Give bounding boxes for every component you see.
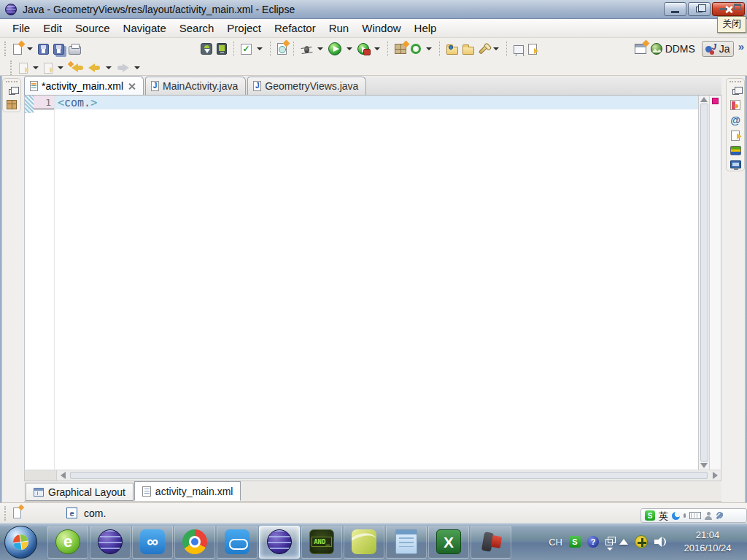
menu-window[interactable]: Window bbox=[355, 20, 407, 36]
menu-file[interactable]: File bbox=[6, 20, 36, 36]
taskbar-eclipse[interactable] bbox=[90, 526, 131, 559]
save-all-button[interactable] bbox=[53, 44, 64, 55]
search-button[interactable] bbox=[479, 43, 488, 55]
tab-mainactivity-java[interactable]: J MainActivity.java bbox=[145, 77, 246, 95]
tab-activity-main-xml[interactable]: *activity_main.xml bbox=[24, 76, 144, 95]
scroll-left-button[interactable] bbox=[57, 470, 69, 481]
junit-dropdown[interactable] bbox=[257, 47, 263, 50]
sogou-settings-icon[interactable] bbox=[716, 512, 724, 520]
taskbar-eclipse-active[interactable] bbox=[259, 526, 300, 559]
fast-view-icon[interactable] bbox=[13, 508, 21, 518]
new-android-xml-button[interactable] bbox=[277, 43, 287, 55]
close-tab-icon[interactable] bbox=[128, 82, 136, 90]
javadoc-view-icon[interactable]: @ bbox=[730, 115, 740, 125]
restore-views-icon[interactable] bbox=[9, 89, 15, 95]
junit-run-button[interactable]: ✓ bbox=[241, 44, 252, 55]
tray-help-icon[interactable]: ? bbox=[587, 536, 599, 548]
forward-dropdown[interactable] bbox=[134, 66, 140, 69]
new-class-dropdown[interactable] bbox=[426, 47, 432, 50]
show-hidden-icons-button[interactable] bbox=[619, 539, 628, 545]
sogou-language-mode[interactable]: 英 bbox=[659, 511, 668, 521]
run-button[interactable] bbox=[328, 42, 341, 55]
scroll-down-icon[interactable] bbox=[700, 463, 708, 468]
menu-help[interactable]: Help bbox=[408, 20, 444, 36]
open-resource-button[interactable] bbox=[462, 44, 474, 55]
restore-views-icon[interactable] bbox=[732, 89, 739, 95]
forward-button[interactable] bbox=[117, 63, 129, 72]
tab-geometryviews-java[interactable]: J GeometryViews.java bbox=[247, 77, 366, 95]
vertical-scrollbar[interactable] bbox=[698, 96, 709, 470]
sogou-moon-icon[interactable] bbox=[672, 512, 680, 520]
external-tool-a-button[interactable] bbox=[514, 44, 524, 54]
logcat-view-icon[interactable] bbox=[730, 146, 741, 155]
print-button[interactable] bbox=[69, 43, 81, 55]
minimize-button[interactable] bbox=[664, 2, 686, 16]
tab-graphical-layout[interactable]: Graphical Layout bbox=[26, 483, 133, 501]
taskbar-cloud-app[interactable] bbox=[217, 526, 258, 559]
minimize-editor-icon[interactable] bbox=[720, 4, 727, 10]
open-type-button[interactable] bbox=[446, 44, 458, 55]
android-sdk-manager-button[interactable] bbox=[201, 43, 212, 55]
taskbar-notepad[interactable] bbox=[386, 526, 427, 559]
resource-view-icon[interactable] bbox=[730, 100, 740, 110]
error-marker[interactable] bbox=[712, 98, 719, 104]
tray-window-icon[interactable] bbox=[605, 539, 613, 545]
debug-button[interactable] bbox=[301, 43, 312, 55]
scroll-right-button[interactable] bbox=[709, 470, 721, 481]
open-perspective-button[interactable] bbox=[635, 44, 646, 54]
taskbar-browser-360[interactable]: e bbox=[47, 526, 88, 559]
save-button[interactable] bbox=[38, 44, 49, 55]
tab-xml-source[interactable]: activity_main.xml bbox=[134, 481, 241, 501]
taskbar-android-tool[interactable]: AND_ bbox=[301, 526, 342, 559]
tray-sogou-icon[interactable]: S bbox=[569, 536, 581, 548]
menu-edit[interactable]: Edit bbox=[36, 20, 69, 36]
new-wizard-button[interactable] bbox=[13, 44, 22, 55]
previous-annotation-button[interactable] bbox=[44, 63, 53, 74]
vertical-scroll-thumb[interactable] bbox=[700, 104, 708, 462]
taskbar-camcorder[interactable] bbox=[471, 526, 511, 559]
previous-annotation-dropdown[interactable] bbox=[58, 66, 63, 69]
search-dropdown[interactable] bbox=[493, 47, 499, 50]
next-annotation-dropdown[interactable] bbox=[33, 66, 39, 69]
menu-refactor[interactable]: Refactor bbox=[268, 20, 322, 36]
menu-project[interactable]: Project bbox=[220, 20, 268, 36]
volume-icon[interactable] bbox=[654, 536, 667, 548]
maximize-editor-icon[interactable] bbox=[734, 4, 741, 10]
start-button[interactable] bbox=[4, 526, 37, 559]
menu-navigate[interactable]: Navigate bbox=[117, 20, 173, 36]
taskbar-excel[interactable]: X bbox=[428, 526, 469, 559]
perspective-overflow-chevron[interactable]: » bbox=[738, 40, 744, 52]
avd-manager-button[interactable] bbox=[217, 43, 227, 55]
menu-run[interactable]: Run bbox=[322, 20, 356, 36]
taskbar-chrome[interactable] bbox=[174, 526, 215, 559]
taskbar-baidu-netdisk[interactable]: ∞ bbox=[132, 526, 173, 559]
menu-search[interactable]: Search bbox=[173, 20, 221, 36]
run-external-button[interactable] bbox=[357, 43, 369, 55]
next-annotation-button[interactable] bbox=[19, 63, 28, 74]
run-dropdown[interactable] bbox=[347, 47, 352, 50]
new-java-class-button[interactable] bbox=[411, 44, 421, 54]
console-view-icon[interactable] bbox=[730, 160, 741, 168]
viewbar-handle[interactable] bbox=[729, 81, 741, 84]
toolbar-drag-handle[interactable] bbox=[10, 61, 14, 75]
declaration-view-icon[interactable] bbox=[731, 131, 740, 141]
code-area[interactable]: <com.> bbox=[54, 96, 698, 470]
sogou-logo-icon[interactable]: S bbox=[645, 510, 655, 521]
restore-button[interactable] bbox=[688, 2, 711, 16]
horizontal-scroll-thumb[interactable] bbox=[70, 472, 708, 479]
run-external-dropdown[interactable] bbox=[374, 47, 380, 50]
back-dropdown[interactable] bbox=[106, 66, 112, 69]
viewbar-handle[interactable] bbox=[6, 81, 18, 84]
sogou-account-icon[interactable] bbox=[705, 512, 712, 520]
debug-dropdown[interactable] bbox=[317, 47, 323, 50]
sogou-keyboard-icon[interactable] bbox=[689, 512, 701, 519]
scroll-up-icon[interactable] bbox=[700, 97, 708, 102]
external-tool-b-button[interactable] bbox=[528, 44, 537, 55]
package-explorer-icon[interactable] bbox=[7, 100, 17, 109]
last-edit-location-button[interactable] bbox=[69, 63, 84, 72]
perspective-ddms-button[interactable]: DDMS bbox=[651, 43, 695, 55]
back-button[interactable] bbox=[88, 63, 101, 72]
toolbar-drag-handle[interactable] bbox=[4, 42, 8, 56]
taskbar-clock[interactable]: 21:04 2016/10/24 bbox=[674, 529, 741, 555]
new-wizard-dropdown[interactable] bbox=[27, 47, 33, 50]
